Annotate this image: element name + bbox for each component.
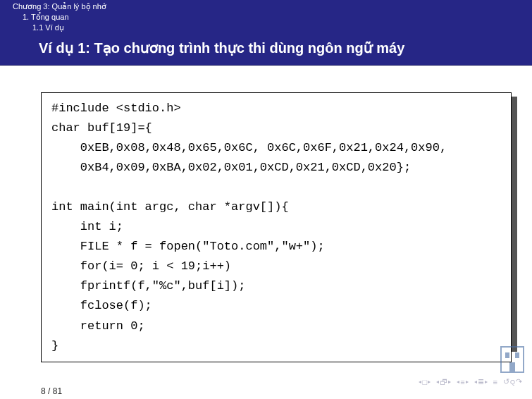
slide-title: Ví dụ 1: Tạo chương trình thực thi dùng … xyxy=(0,34,532,66)
nav-undo-icon[interactable]: ↺Q↷ xyxy=(502,377,524,386)
university-logo xyxy=(498,341,526,376)
page-sep: / xyxy=(46,386,53,396)
page-total: 81 xyxy=(53,386,62,396)
svg-rect-2 xyxy=(515,352,519,358)
content-area: #include <stdio.h> char buf[19]={ 0xEB,0… xyxy=(0,66,532,362)
code-line: int main(int argc, char *argv[]){ xyxy=(51,200,289,214)
chapter-label: Chương 3: Quản lý bộ nhớ xyxy=(0,2,532,11)
code-line: FILE * f = fopen("Toto.com","w+"); xyxy=(51,240,325,253)
section-label: 1. Tổng quan xyxy=(0,11,532,22)
code-line: return 0; xyxy=(51,319,145,333)
code-line: int i; xyxy=(51,220,123,233)
svg-rect-1 xyxy=(505,352,509,358)
subsection-label: 1.1 Ví dụ xyxy=(0,22,532,32)
nav-prev-icon[interactable]: ◂🗗▸ xyxy=(435,378,452,386)
code-block: #include <stdio.h> char buf[19]={ 0xEB,0… xyxy=(41,92,512,362)
nav-back-icon[interactable]: ◂≡▸ xyxy=(455,378,469,386)
code-line: fprintf(f,"%c",buf[i]); xyxy=(51,279,245,293)
page-current: 8 xyxy=(41,386,46,396)
code-line: 0xB4,0x09,0xBA,0x02,0x01,0xCD,0x21,0xCD,… xyxy=(51,161,411,174)
nav-forward-icon[interactable]: ◂≣▸ xyxy=(473,377,489,386)
breadcrumb-header: Chương 3: Quản lý bộ nhớ 1. Tổng quan 1.… xyxy=(0,0,532,34)
nav-section-icon[interactable]: ≡ xyxy=(492,378,499,386)
beamer-nav: ◂□▸ ◂🗗▸ ◂≡▸ ◂≣▸ ≡ ↺Q↷ xyxy=(417,377,524,386)
code-line: 0xEB,0x08,0x48,0x65,0x6C, 0x6C,0x6F,0x21… xyxy=(51,141,447,154)
code-line: } xyxy=(51,339,58,352)
code-line: #include <stdio.h> xyxy=(51,102,181,115)
code-line: for(i= 0; i < 19;i++) xyxy=(51,259,231,273)
nav-first-icon[interactable]: ◂□▸ xyxy=(417,378,432,386)
page-number: 8 / 81 xyxy=(41,386,62,399)
code-line: fclose(f); xyxy=(51,299,152,312)
svg-rect-3 xyxy=(509,362,515,372)
code-line: char buf[19]={ xyxy=(51,121,152,135)
